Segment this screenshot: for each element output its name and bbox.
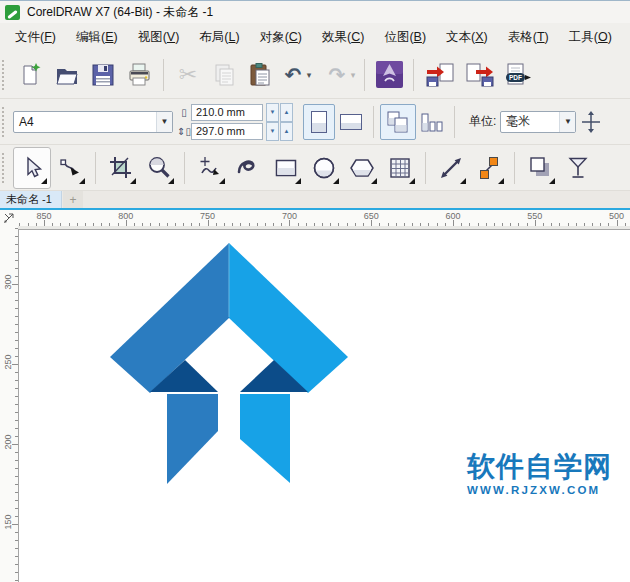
- page-height-field[interactable]: 297.0 mm: [191, 123, 263, 140]
- logo-graphic[interactable]: [18, 226, 630, 582]
- menu-item[interactable]: 文本(X): [439, 26, 495, 49]
- print-button[interactable]: [121, 55, 157, 95]
- toolbox-separator: [95, 152, 96, 184]
- window-title: CorelDRAW X7 (64-Bit) - 未命名 -1: [27, 4, 213, 21]
- connector-tool-icon: [477, 156, 501, 180]
- logo-roof-left-band: [110, 243, 229, 393]
- parallel-dimension-tool[interactable]: [432, 147, 470, 189]
- undo-button[interactable]: ↶: [278, 55, 308, 95]
- page-size-combo[interactable]: A4 ▼: [13, 111, 173, 133]
- pick-tool[interactable]: [13, 147, 51, 189]
- ruler-origin-corner[interactable]: [0, 210, 19, 227]
- parallel-dimension-tool-icon: [439, 156, 463, 180]
- menu-item[interactable]: 文件(F): [8, 26, 63, 49]
- vertical-ruler[interactable]: 300250200150: [0, 226, 19, 582]
- ruler-label: 800: [118, 211, 133, 221]
- copy-icon: [211, 62, 237, 88]
- paste-icon: [247, 62, 273, 88]
- save-button[interactable]: [85, 55, 121, 95]
- freehand-tool[interactable]: [191, 147, 229, 189]
- spinner-down-icon[interactable]: ▼: [266, 122, 279, 141]
- watermark-site-name: 软件自学网: [467, 452, 612, 483]
- ellipse-tool-icon: [312, 156, 336, 180]
- toolbar-separator: [364, 59, 365, 91]
- save-icon: [90, 62, 116, 88]
- cut-button[interactable]: ✂: [170, 55, 206, 95]
- shape-tool[interactable]: [51, 147, 89, 189]
- menu-bar: 文件(F)编辑(E)视图(V)布局(L)对象(C)效果(C)位图(B)文本(X)…: [0, 23, 630, 51]
- export-button[interactable]: [460, 55, 500, 95]
- spinner-up-icon[interactable]: ▲: [280, 122, 293, 141]
- portrait-button[interactable]: [303, 104, 335, 140]
- table-tool[interactable]: [381, 147, 419, 189]
- new-tab-button[interactable]: +: [63, 191, 83, 208]
- menu-item[interactable]: 表格(T): [501, 26, 556, 49]
- launcher-button[interactable]: [371, 55, 407, 95]
- ruler-label: 250: [2, 354, 12, 369]
- current-page-button[interactable]: [416, 104, 448, 140]
- polygon-tool[interactable]: [343, 147, 381, 189]
- rectangle-tool[interactable]: [267, 147, 305, 189]
- property-bar-separator: [373, 106, 374, 138]
- artistic-media-tool[interactable]: [229, 147, 267, 189]
- logo-roof-right-band: [229, 243, 348, 393]
- connector-tool[interactable]: [470, 147, 508, 189]
- ruler-label: 200: [2, 434, 12, 449]
- toolbar-separator: [413, 59, 414, 91]
- menu-item[interactable]: 位图(B): [377, 26, 433, 49]
- menu-item[interactable]: 编辑(E): [69, 26, 125, 49]
- logo-leg-right: [240, 394, 290, 483]
- redo-button[interactable]: ↷: [322, 55, 352, 95]
- menu-item[interactable]: 布局(L): [192, 26, 246, 49]
- all-pages-button[interactable]: [380, 104, 416, 140]
- ellipse-tool[interactable]: [305, 147, 343, 189]
- publish-pdf-icon: PDF: [504, 62, 532, 88]
- menu-item[interactable]: 视图(V): [131, 26, 187, 49]
- ruler-label: 750: [200, 211, 215, 221]
- zoom-tool[interactable]: [140, 147, 178, 189]
- menu-item[interactable]: 窗口(W): [625, 26, 630, 49]
- toolbar-grip[interactable]: [2, 60, 9, 90]
- open-button[interactable]: [49, 55, 85, 95]
- property-bar-grip[interactable]: [2, 107, 9, 137]
- import-button[interactable]: [420, 55, 460, 95]
- menu-item[interactable]: 效果(C): [315, 26, 371, 49]
- svg-text:PDF: PDF: [509, 73, 522, 80]
- toolbox-grip[interactable]: [2, 153, 9, 183]
- landscape-button[interactable]: [335, 104, 367, 140]
- chevron-down-icon[interactable]: ▼: [156, 112, 172, 132]
- units-combo[interactable]: 毫米 ▼: [500, 111, 576, 133]
- paste-button[interactable]: [242, 55, 278, 95]
- transparency-tool[interactable]: [559, 147, 597, 189]
- document-tab[interactable]: 未命名 -1: [0, 191, 62, 208]
- coreldraw-window: CorelDRAW X7 (64-Bit) - 未命名 -1 文件(F)编辑(E…: [0, 0, 630, 582]
- nudge-offset-button[interactable]: [580, 102, 602, 142]
- page-width-spinner[interactable]: ▼▲: [265, 103, 293, 122]
- watermark: 软件自学网 WWW.RJZXW.COM: [467, 452, 612, 496]
- current-page-icon: [420, 110, 444, 134]
- spinner-down-icon[interactable]: ▼: [266, 103, 279, 122]
- chevron-down-icon[interactable]: ▼: [559, 112, 575, 132]
- watermark-site-url: WWW.RJZXW.COM: [467, 484, 612, 496]
- spinner-up-icon[interactable]: ▲: [280, 103, 293, 122]
- ruler-label: 850: [36, 211, 51, 221]
- publish-pdf-button[interactable]: PDF: [500, 55, 536, 95]
- menu-item[interactable]: 工具(O): [562, 26, 619, 49]
- document-tab-strip: 未命名 -1 +: [0, 191, 630, 208]
- ruler-label: 550: [527, 211, 542, 221]
- redo-icon: ↷: [329, 65, 346, 85]
- new-document-button[interactable]: [13, 55, 49, 95]
- crop-tool[interactable]: [102, 147, 140, 189]
- property-bar-separator: [454, 106, 455, 138]
- title-bar: CorelDRAW X7 (64-Bit) - 未命名 -1: [0, 1, 630, 24]
- logo-leg-left: [167, 394, 218, 484]
- page-width-field[interactable]: 210.0 mm: [191, 104, 263, 121]
- menu-item[interactable]: 对象(C): [253, 26, 309, 49]
- horizontal-ruler[interactable]: 850800750700650600550500: [18, 210, 630, 227]
- copy-button[interactable]: [206, 55, 242, 95]
- drop-shadow-tool[interactable]: [521, 147, 559, 189]
- page-height-spinner[interactable]: ▼▲: [265, 122, 293, 141]
- drawing-canvas[interactable]: 软件自学网 WWW.RJZXW.COM: [18, 226, 630, 582]
- ruler-label: 500: [609, 211, 624, 221]
- standard-toolbar: ✂ ↶ ▾ ↷ ▾: [0, 51, 630, 99]
